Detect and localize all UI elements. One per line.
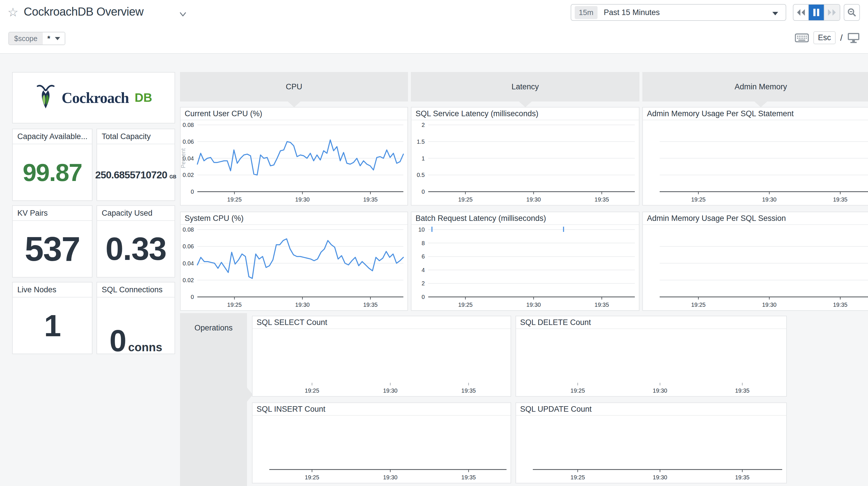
favorite-star-icon[interactable]: ☆ [7,5,19,19]
keyboard-icon[interactable] [795,33,809,43]
stat-card-capacity-used[interactable]: Capacity Used 0.33 [96,205,175,278]
stat-value: 537 [25,232,80,266]
chart-sql-select-count[interactable]: SQL SELECT Count 19:2519:3019:35 [252,316,511,397]
slash-separator: / [840,33,843,43]
chart-plot[interactable]: 19:2519:3019:35 [516,416,786,483]
chart-batch-request-latency[interactable]: Batch Request Latency (milliseconds) 024… [411,211,640,311]
dashboard-canvas: Cockroach DB Capacity Available... 99.87… [0,54,868,486]
svg-text:19:25: 19:25 [570,474,585,481]
title-dropdown-chevron-icon[interactable] [179,10,187,18]
svg-text:19:30: 19:30 [526,196,541,203]
stat-card-kv-pairs[interactable]: KV Pairs 537 [12,205,92,278]
template-variable-caret-icon [55,37,60,40]
stat-title: Capacity Available... [13,129,92,144]
svg-text:19:30: 19:30 [762,302,776,308]
svg-text:19:25: 19:25 [691,302,706,308]
svg-text:0.5: 0.5 [417,172,425,178]
chart-plot[interactable]: 19:2519:3019:35 [643,226,868,310]
stat-value: 0 [110,325,126,356]
svg-text:19:25: 19:25 [227,196,242,203]
tv-mode-icon[interactable] [847,32,860,44]
svg-text:10: 10 [418,226,425,233]
cockroachdb-logo-card[interactable]: Cockroach DB [12,72,175,123]
logo-suffix: DB [135,91,152,105]
stat-value: 0.33 [105,233,166,265]
zoom-out-icon [847,7,857,17]
svg-text:19:35: 19:35 [595,302,609,308]
chart-plot[interactable]: 19:2519:3019:35 [252,330,510,396]
group-header-latency[interactable]: Latency [411,72,640,102]
chart-plot[interactable]: 00.020.040.060.0819:2519:3019:35 [181,226,407,310]
svg-text:19:35: 19:35 [595,196,609,203]
group-label: CPU [286,82,302,91]
rewind-icon [796,8,806,17]
svg-text:19:30: 19:30 [762,196,776,203]
group-label: Operations [180,323,247,333]
fast-forward-button[interactable] [825,5,840,20]
svg-text:0.08: 0.08 [183,226,194,233]
stat-title: Capacity Used [97,206,175,221]
chart-sql-update-count[interactable]: SQL UPDATE Count 19:2519:3019:35 [516,402,787,483]
stat-title: KV Pairs [13,206,92,221]
svg-text:19:30: 19:30 [295,302,310,308]
chart-admin-memory-per-sql-session[interactable]: Admin Memory Usage Per SQL Session 19:25… [642,211,868,311]
chart-plot[interactable]: 19:2519:3019:35 [252,416,510,483]
stat-card-capacity-available[interactable]: Capacity Available... 99.87 [12,128,92,201]
group-header-operations[interactable]: Operations [180,313,247,486]
pause-icon [812,8,820,17]
svg-text:19:35: 19:35 [461,474,476,481]
chart-plot[interactable]: 19:2519:3019:35 [516,330,786,396]
svg-text:19:35: 19:35 [735,474,749,481]
svg-text:19:30: 19:30 [383,474,398,481]
chart-plot[interactable]: 024681019:2519:3019:35 [411,226,639,310]
chart-sql-delete-count[interactable]: SQL DELETE Count 19:2519:3019:35 [516,316,787,397]
chart-sql-insert-count[interactable]: SQL INSERT Count 19:2519:3019:35 [252,402,511,483]
group-label: Admin Memory [735,82,787,91]
svg-text:19:25: 19:25 [458,196,473,203]
svg-text:4: 4 [422,267,425,273]
playback-controls [793,4,840,21]
chart-plot[interactable]: 00.511.5219:2519:3019:35 [411,121,639,205]
template-variable-name: $scope [9,32,43,45]
time-range-selector[interactable]: 15m Past 15 Minutes [571,4,786,21]
stat-unit: conns [128,341,162,354]
esc-key-badge[interactable]: Esc [813,31,836,44]
svg-text:19:25: 19:25 [305,388,319,394]
template-variable-scope[interactable]: $scope * [8,32,65,45]
chart-plot[interactable]: 00.020.040.060.0819:2519:3019:35Percent [181,121,407,205]
pause-button[interactable] [809,5,824,20]
svg-text:19:35: 19:35 [461,388,476,394]
template-variable-value[interactable]: * [43,32,65,45]
time-range-badge: 15m [575,6,597,19]
chart-title: SQL UPDATE Count [516,403,786,416]
svg-text:19:35: 19:35 [833,196,847,203]
chart-title: SQL Service Latency (milliseconds) [411,108,639,120]
zoom-out-button[interactable] [844,4,860,21]
top-bar: ☆ CockroachDB Overview 15m Past 15 Minut… [0,0,868,54]
stat-title: Live Nodes [13,283,92,297]
group-header-cpu[interactable]: CPU [180,72,408,102]
svg-text:0.04: 0.04 [183,260,194,266]
stat-card-live-nodes[interactable]: Live Nodes 1 [12,282,92,354]
svg-text:0: 0 [422,294,425,300]
chart-system-cpu[interactable]: System CPU (%) 00.020.040.060.0819:2519:… [180,211,408,311]
group-notch [754,102,767,107]
chart-title: Batch Request Latency (milliseconds) [411,212,639,225]
chart-title: SQL SELECT Count [252,316,510,329]
stat-card-sql-connections[interactable]: SQL Connections 0conns [96,282,175,354]
keyboard-hints: Esc / [795,31,860,44]
rewind-button[interactable] [794,5,809,20]
svg-text:0: 0 [191,189,194,195]
svg-text:0.08: 0.08 [183,122,194,128]
group-header-admin-memory[interactable]: Admin Memory [642,72,868,102]
template-variable-value-text: * [48,34,50,43]
chart-admin-memory-per-sql-statement[interactable]: Admin Memory Usage Per SQL Statement 19:… [642,107,868,205]
svg-text:19:25: 19:25 [305,474,319,481]
stat-value: 99.87 [23,160,82,185]
stat-title: SQL Connections [97,283,175,297]
svg-text:19:30: 19:30 [653,388,667,394]
chart-plot[interactable]: 19:2519:3019:35 [643,121,868,205]
stat-card-total-capacity[interactable]: Total Capacity 250.6855710720GB [96,128,175,201]
chart-sql-service-latency[interactable]: SQL Service Latency (milliseconds) 00.51… [411,107,640,205]
chart-current-user-cpu[interactable]: Current User CPU (%) 00.020.040.060.0819… [180,107,408,205]
